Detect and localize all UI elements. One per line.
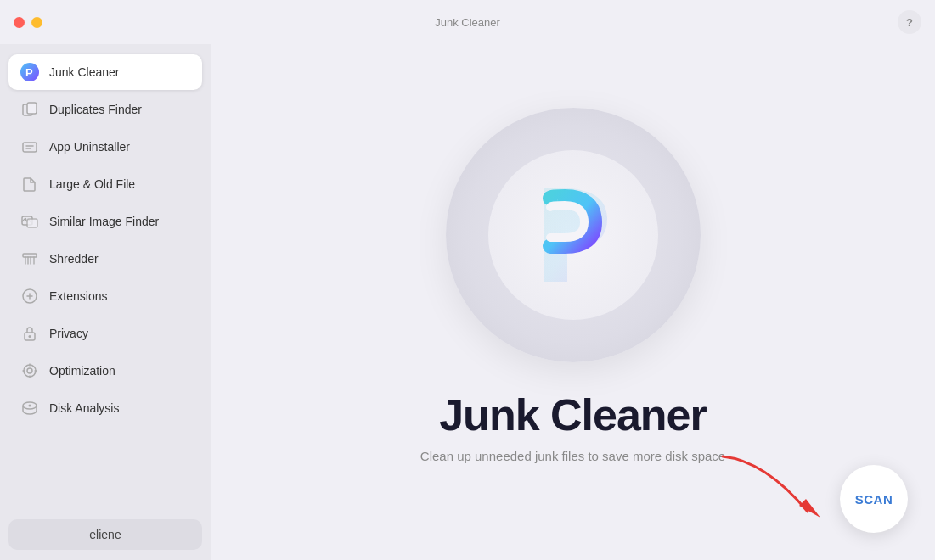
sidebar-item-disk-analysis-label: Disk Analysis — [49, 401, 119, 415]
uninstaller-icon — [20, 137, 39, 156]
sidebar-item-app-uninstaller-label: App Uninstaller — [49, 140, 130, 154]
sidebar-item-extensions[interactable]: Extensions — [8, 278, 202, 314]
sidebar-item-junk-cleaner[interactable]: P Junk Cleaner — [8, 54, 202, 90]
shredder-icon — [20, 249, 39, 268]
main-layout: P Junk Cleaner Duplicates Finder — [0, 44, 935, 560]
sidebar-item-junk-cleaner-label: Junk Cleaner — [49, 65, 120, 79]
traffic-lights — [14, 17, 42, 28]
privacy-icon — [20, 324, 39, 343]
large-file-icon — [20, 175, 39, 193]
titlebar: Junk Cleaner ? — [0, 0, 935, 44]
sidebar-item-shredder[interactable]: Shredder — [8, 241, 202, 277]
scan-button-container: SCAN — [840, 465, 908, 533]
sidebar-item-large-old-file[interactable]: Large & Old File — [8, 166, 202, 202]
extensions-icon — [20, 287, 39, 305]
app-logo — [527, 180, 620, 290]
sidebar-item-large-old-file-label: Large & Old File — [49, 177, 135, 191]
scan-button[interactable]: SCAN — [840, 465, 908, 533]
sidebar: P Junk Cleaner Duplicates Finder — [0, 44, 211, 560]
svg-point-13 — [27, 368, 32, 373]
svg-rect-3 — [27, 103, 37, 114]
content-area: Junk Cleaner Clean up unneeded junk file… — [211, 44, 935, 560]
logo-inner-circle — [488, 150, 658, 320]
sidebar-item-disk-analysis[interactable]: Disk Analysis — [8, 390, 202, 426]
help-button[interactable]: ? — [898, 10, 921, 34]
sidebar-item-extensions-label: Extensions — [49, 289, 107, 303]
svg-point-15 — [29, 405, 31, 407]
window-title: Junk Cleaner — [435, 16, 500, 29]
optimization-icon — [20, 361, 39, 380]
sidebar-item-duplicates-finder[interactable]: Duplicates Finder — [8, 92, 202, 127]
svg-rect-4 — [23, 143, 37, 152]
sidebar-item-similar-image-finder-label: Similar Image Finder — [49, 215, 159, 228]
app-title: Junk Cleaner — [439, 389, 707, 440]
sidebar-item-privacy-label: Privacy — [49, 327, 88, 340]
logo-outer-circle — [446, 108, 701, 362]
svg-point-6 — [25, 218, 26, 220]
close-button[interactable] — [14, 17, 25, 28]
disk-analysis-icon — [20, 399, 39, 417]
sidebar-item-privacy[interactable]: Privacy — [8, 316, 202, 351]
similar-image-icon — [20, 212, 39, 231]
svg-point-12 — [24, 365, 36, 377]
svg-rect-7 — [27, 219, 37, 227]
duplicates-icon — [20, 100, 39, 119]
sidebar-item-app-uninstaller[interactable]: App Uninstaller — [8, 129, 202, 165]
arrow-indicator — [714, 448, 816, 516]
svg-rect-8 — [23, 254, 37, 257]
sidebar-item-optimization[interactable]: Optimization — [8, 353, 202, 389]
junk-cleaner-icon: P — [20, 63, 39, 81]
sidebar-item-duplicates-label: Duplicates Finder — [49, 103, 142, 116]
svg-text:P: P — [25, 66, 33, 79]
minimize-button[interactable] — [31, 17, 42, 28]
svg-marker-16 — [799, 499, 820, 518]
sidebar-item-shredder-label: Shredder — [49, 252, 99, 266]
user-button[interactable]: eliene — [8, 519, 202, 550]
sidebar-item-optimization-label: Optimization — [49, 364, 115, 378]
sidebar-item-similar-image-finder[interactable]: Similar Image Finder — [8, 204, 202, 239]
svg-point-11 — [29, 335, 31, 338]
app-subtitle: Clean up unneeded junk files to save mor… — [420, 449, 725, 463]
